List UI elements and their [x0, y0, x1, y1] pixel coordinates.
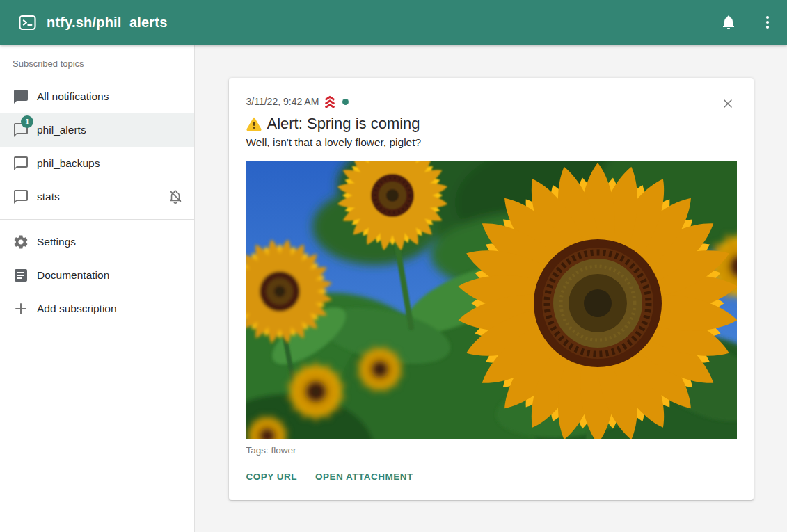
chat-bubble-outline-icon: 1 — [13, 122, 29, 138]
sidebar: Subscribed topics All notifications 1 ph… — [0, 45, 195, 532]
app-bar: ntfy.sh/phil_alerts — [0, 0, 787, 45]
sidebar-item-label: stats — [37, 191, 60, 203]
bell-icon — [720, 14, 737, 31]
sidebar-item-settings[interactable]: Settings — [0, 225, 194, 259]
sunflower-photo-illustration — [246, 161, 737, 439]
notifications-muted-icon — [168, 189, 183, 204]
timestamp: 3/11/22, 9:42 AM — [246, 96, 319, 107]
sidebar-item-label: Add subscription — [37, 303, 117, 315]
attachment-image-sunflowers[interactable] — [246, 161, 737, 439]
sidebar-item-add-subscription[interactable]: Add subscription — [0, 292, 194, 325]
sidebar-item-phil-alerts[interactable]: 1 phil_alerts — [0, 113, 194, 147]
gear-icon — [13, 234, 29, 250]
sidebar-item-stats[interactable]: stats — [0, 180, 194, 213]
warning-emoji-icon — [246, 117, 262, 131]
three-dots-menu-icon — [759, 14, 776, 31]
notification-meta-row: 3/11/22, 9:42 AM — [246, 95, 737, 108]
chat-bubble-outline-icon — [13, 188, 29, 205]
overflow-menu-button[interactable] — [752, 7, 783, 38]
notification-card: 3/11/22, 9:42 AM — [229, 78, 754, 500]
unread-count-badge: 1 — [21, 115, 33, 128]
ntfy-terminal-logo-icon — [18, 13, 37, 32]
priority-max-icon — [323, 95, 337, 108]
notification-title-text: Alert: Spring is coming — [267, 115, 420, 133]
subscribed-topics-heading: Subscribed topics — [0, 46, 194, 80]
page-title: ntfy.sh/phil_alerts — [47, 15, 167, 31]
notifications-bell-button[interactable] — [713, 7, 744, 38]
unread-dot-icon — [342, 99, 349, 105]
open-attachment-button[interactable]: OPEN ATTACHMENT — [315, 471, 413, 482]
close-notification-button[interactable] — [719, 95, 737, 113]
chat-bubble-outline-icon — [13, 155, 29, 172]
notification-body: Well, isn't that a lovely flower, piglet… — [246, 136, 737, 149]
sidebar-item-label: phil_backups — [37, 157, 100, 170]
sidebar-item-documentation[interactable]: Documentation — [0, 259, 194, 292]
sidebar-item-label: Documentation — [37, 269, 109, 282]
main-content: 3/11/22, 9:42 AM — [195, 45, 787, 532]
card-actions: COPY URL OPEN ATTACHMENT — [246, 471, 737, 482]
sidebar-item-label: Settings — [37, 236, 76, 248]
sidebar-item-phil-backups[interactable]: phil_backups — [0, 147, 194, 180]
close-icon — [721, 97, 735, 111]
plus-icon — [13, 300, 29, 317]
sidebar-item-label: phil_alerts — [37, 124, 86, 136]
sidebar-item-all-notifications[interactable]: All notifications — [0, 80, 194, 113]
notification-title: Alert: Spring is coming — [246, 115, 737, 133]
copy-url-button[interactable]: COPY URL — [246, 471, 298, 482]
sidebar-item-label: All notifications — [37, 90, 109, 103]
chat-bubble-filled-icon — [13, 88, 29, 105]
tags-label: Tags: flower — [246, 445, 737, 456]
sidebar-divider — [0, 219, 194, 220]
article-document-icon — [13, 267, 29, 284]
